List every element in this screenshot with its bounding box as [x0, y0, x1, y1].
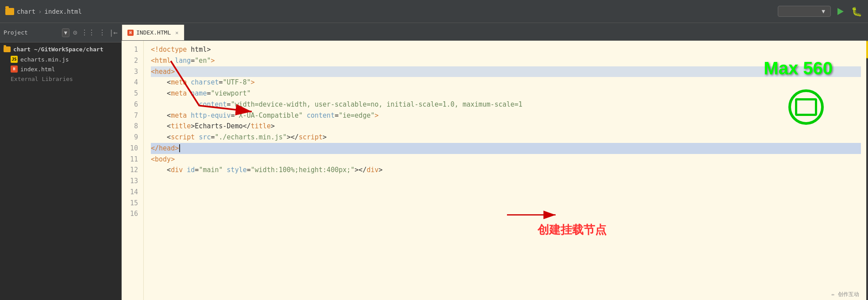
tree-root[interactable]: chart ~/GitWorkSpace/chart — [0, 44, 121, 54]
breadcrumb-folder: chart — [17, 8, 35, 15]
code-tag: html — [155, 57, 171, 65]
code-punct: <! — [151, 46, 159, 54]
run-config-box[interactable]: ▼ — [778, 6, 831, 17]
more-icon[interactable]: ⋮ — [99, 28, 106, 37]
root-folder-icon — [4, 46, 11, 52]
sidebar-item-echarts[interactable]: JS echarts.min.js — [0, 54, 121, 64]
code-line-7: <meta http-equiv="X-UA-Compatible" conte… — [151, 110, 861, 121]
code-line-2: <html lang="en"> — [151, 55, 861, 66]
scrollbar-thumb — [866, 41, 868, 58]
grid-icon[interactable]: ⋮⋮ — [81, 28, 95, 37]
line-num-6: 6 — [122, 99, 138, 110]
line-num-2: 2 — [122, 55, 138, 66]
editor-tabs: H INDEX.HTML ✕ — [122, 23, 868, 41]
sidebar-item-indexhtml[interactable]: H index.html — [0, 64, 121, 74]
line-num-3: 3 — [122, 66, 138, 77]
breadcrumb: chart › index.html — [5, 8, 82, 15]
editor-area: H INDEX.HTML ✕ 1 2 3 4 5 6 7 8 9 10 11 1… — [122, 23, 868, 300]
code-line-11: <body> — [151, 154, 861, 165]
code-punct: < — [151, 57, 155, 65]
watermark: ✏ 创作互动 — [832, 291, 859, 298]
line-numbers: 1 2 3 4 5 6 7 8 9 10 11 12 13 14 15 16 — [122, 41, 144, 300]
code-line-8: <title>Echarts-Demo</title> — [151, 121, 861, 132]
sidebar-external-libs[interactable]: External Libraries — [0, 74, 121, 84]
code-line-13 — [151, 176, 861, 187]
run-icon — [837, 8, 844, 15]
line-num-10: 10 — [122, 143, 138, 154]
code-content[interactable]: <!doctype html> <html lang="en"> <head> … — [144, 41, 868, 300]
code-editor[interactable]: 1 2 3 4 5 6 7 8 9 10 11 12 13 14 15 16 — [122, 41, 868, 300]
sidebar-toolbar: Project ▼ ⊙ ⋮⋮ ⋮ |← — [0, 23, 121, 42]
bug-icon: 🐛 — [851, 6, 862, 17]
breadcrumb-file: index.html — [45, 8, 82, 15]
external-libs-label: External Libraries — [11, 76, 73, 82]
run-button[interactable] — [834, 5, 847, 18]
line-num-15: 15 — [122, 198, 138, 209]
line-num-14: 14 — [122, 187, 138, 198]
js-file-icon: JS — [11, 56, 18, 63]
code-line-12: <div id="main" style="width:100%;height:… — [151, 165, 861, 176]
collapse-icon[interactable]: |← — [109, 28, 118, 37]
tab-indexhtml[interactable]: H INDEX.HTML ✕ — [122, 24, 184, 40]
code-line-10: </head> — [151, 143, 861, 154]
line-num-7: 7 — [122, 110, 138, 121]
code-str: "en" — [195, 57, 211, 65]
code-plain — [171, 57, 175, 65]
code-line-1: <!doctype html> — [151, 44, 861, 55]
line-num-4: 4 — [122, 77, 138, 88]
chevron-down-icon[interactable]: ▼ — [822, 8, 825, 15]
breadcrumb-sep: › — [38, 8, 42, 15]
sidebar-tree: chart ~/GitWorkSpace/chart JS echarts.mi… — [0, 42, 121, 300]
line-num-9: 9 — [122, 132, 138, 143]
sidebar-dropdown[interactable]: ▼ — [62, 28, 69, 37]
top-bar-right: ▼ 🐛 — [778, 5, 863, 18]
code-kw: doctype — [159, 46, 187, 54]
scrollbar-track — [866, 41, 868, 300]
sidebar-item-indexhtml-label: index.html — [20, 66, 55, 73]
code-line-4: <meta charset="UTF-8"> — [151, 77, 861, 88]
code-line-9: <script src="./echarts.min.js"></script> — [151, 132, 861, 143]
code-plain: html> — [187, 46, 211, 54]
sidebar-project-label: Project — [4, 29, 58, 36]
line-num-12: 12 — [122, 165, 138, 176]
html-file-icon: H — [11, 65, 18, 73]
code-line-6: content="width=device-width, user-scalab… — [151, 99, 861, 110]
line-num-16: 16 — [122, 208, 138, 219]
tab-html-icon: H — [127, 30, 134, 36]
line-num-13: 13 — [122, 176, 138, 187]
code-line-14 — [151, 187, 861, 198]
code-line-16 — [151, 208, 861, 219]
sidebar: Project ▼ ⊙ ⋮⋮ ⋮ |← chart ~/GitWorkSpace… — [0, 23, 122, 300]
main-layout: Project ▼ ⊙ ⋮⋮ ⋮ |← chart ~/GitWorkSpace… — [0, 23, 868, 300]
tab-close-icon[interactable]: ✕ — [175, 30, 178, 36]
sidebar-item-echarts-label: echarts.min.js — [20, 56, 69, 63]
line-num-11: 11 — [122, 154, 138, 165]
line-num-5: 5 — [122, 88, 138, 99]
line-num-1: 1 — [122, 44, 138, 55]
code-line-5: <meta name="viewport" — [151, 88, 861, 99]
cursor — [179, 144, 184, 152]
code-line-3: <head> — [151, 66, 861, 77]
target-icon[interactable]: ⊙ — [73, 28, 77, 37]
tab-indexhtml-label: INDEX.HTML — [136, 29, 171, 36]
tree-root-label: chart ~/GitWorkSpace/chart — [13, 46, 104, 53]
line-num-8: 8 — [122, 121, 138, 132]
code-line-15 — [151, 198, 861, 209]
folder-icon — [5, 8, 14, 15]
code-attr: lang — [175, 57, 191, 65]
top-bar: chart › index.html ▼ 🐛 — [0, 0, 868, 23]
debug-button[interactable]: 🐛 — [850, 5, 863, 18]
